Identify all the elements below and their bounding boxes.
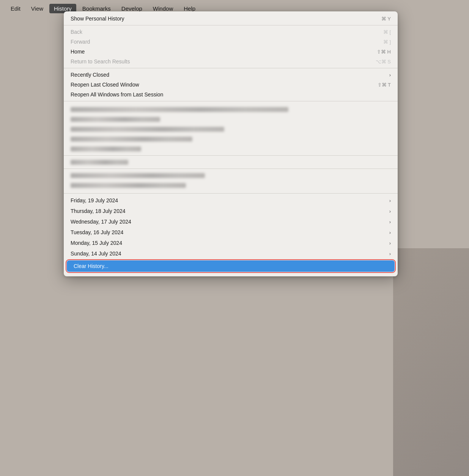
menu-item-forward[interactable]: Forward ⌘ ] [64,37,398,47]
home-shortcut: ⇧⌘ H [377,49,391,55]
menu-item-back[interactable]: Back ⌘ [ [64,27,398,37]
menu-item-return-to-search[interactable]: Return to Search Results ⌥⌘ S [64,57,398,66]
reopen-last-window-shortcut: ⇧⌘ T [378,82,391,88]
show-personal-history-shortcut: ⌘ Y [381,16,391,22]
chevron-friday: › [389,198,391,203]
background-decoration [393,248,469,476]
chevron-monday: › [389,240,391,246]
blurred-history-section [64,103,398,192]
chevron-wednesday: › [389,219,391,225]
back-label: Back [71,29,82,35]
forward-label: Forward [71,39,90,45]
date-label-sunday: Sunday, 14 July 2024 [71,251,121,257]
home-label: Home [71,49,85,55]
blurred-item-8[interactable] [64,180,398,190]
reopen-last-window-label: Reopen Last Closed Window [71,82,139,88]
blurred-item-7[interactable] [64,170,398,180]
menubar-item-edit[interactable]: Edit [6,4,25,13]
forward-shortcut: ⌘ ] [383,39,391,45]
chevron-sunday: › [389,251,391,257]
menu-item-show-personal-history[interactable]: Show Personal History ⌘ Y [64,14,398,24]
date-item-friday-19-july[interactable]: Friday, 19 July 2024 › [64,195,398,206]
blurred-item-5[interactable] [64,144,398,154]
separator-2 [64,68,398,68]
date-item-monday-15-july[interactable]: Monday, 15 July 2024 › [64,238,398,248]
separator-before-dates [64,193,398,194]
reopen-all-windows-label: Reopen All Windows from Last Session [71,91,163,98]
menu-item-reopen-all-windows[interactable]: Reopen All Windows from Last Session [64,90,398,99]
separator-blurred-2 [64,169,398,169]
blurred-item-4[interactable] [64,134,398,144]
date-item-tuesday-16-july[interactable]: Tuesday, 16 July 2024 › [64,227,398,238]
chevron-thursday: › [389,208,391,214]
date-label-thursday: Thursday, 18 July 2024 [71,208,126,214]
menubar-item-view[interactable]: View [27,4,48,13]
chevron-tuesday: › [389,230,391,235]
date-item-wednesday-17-july[interactable]: Wednesday, 17 July 2024 › [64,216,398,227]
menu-item-recently-closed[interactable]: Recently Closed › [64,70,398,80]
blurred-item-2[interactable] [64,114,398,124]
return-to-search-label: Return to Search Results [71,58,130,65]
history-dropdown-menu: Show Personal History ⌘ Y Back ⌘ [ Forwa… [64,11,398,276]
blurred-item-1[interactable] [64,104,398,114]
separator-blurred-1 [64,155,398,156]
back-shortcut: ⌘ [ [383,29,391,35]
date-label-wednesday: Wednesday, 17 July 2024 [71,219,131,225]
date-label-friday: Friday, 19 July 2024 [71,197,118,203]
date-label-monday: Monday, 15 July 2024 [71,240,122,246]
date-label-tuesday: Tuesday, 16 July 2024 [71,229,123,235]
recently-closed-chevron: › [389,72,391,78]
blurred-item-6[interactable] [64,157,398,167]
show-personal-history-label: Show Personal History [71,16,124,22]
separator-3 [64,101,398,101]
recently-closed-label: Recently Closed [71,72,109,78]
menu-item-home[interactable]: Home ⇧⌘ H [64,47,398,57]
date-item-thursday-18-july[interactable]: Thursday, 18 July 2024 › [64,206,398,216]
separator-1 [64,25,398,25]
menu-item-reopen-last-window[interactable]: Reopen Last Closed Window ⇧⌘ T [64,80,398,90]
clear-history-button[interactable]: Clear History... [67,260,395,272]
return-to-search-shortcut: ⌥⌘ S [376,59,391,65]
blurred-item-3[interactable] [64,124,398,134]
date-item-sunday-14-july[interactable]: Sunday, 14 July 2024 › [64,248,398,259]
clear-history-label: Clear History... [74,263,109,269]
